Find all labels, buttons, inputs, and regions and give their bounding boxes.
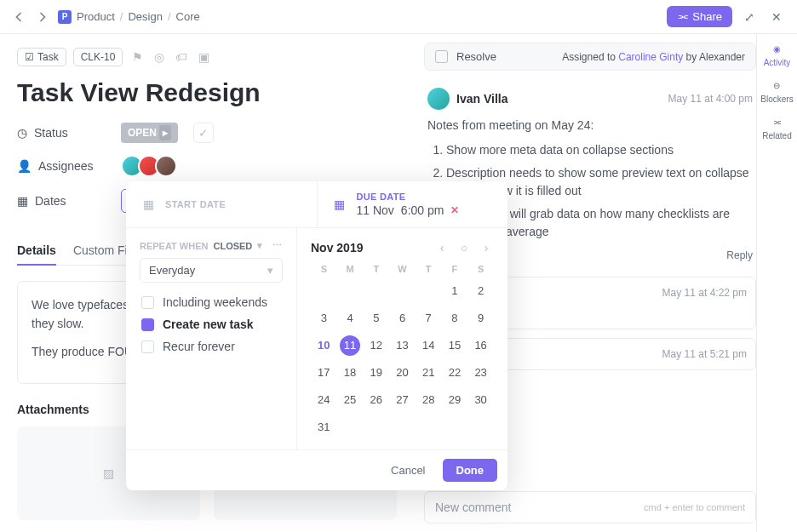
status-badge[interactable]: OPEN▸ [121, 123, 178, 143]
flag-icon[interactable]: ⚑ [129, 49, 145, 65]
clear-due-icon[interactable]: ✕ [450, 204, 459, 216]
assignee-link[interactable]: Caroline Ginty [618, 51, 683, 63]
start-date-section[interactable]: ▦ START DATE [126, 181, 317, 227]
calendar-day[interactable]: 27 [389, 390, 416, 410]
dates-label: ▦Dates [17, 194, 111, 208]
calendar-day[interactable]: 18 [337, 363, 364, 383]
frequency-select[interactable]: Everyday▾ [140, 258, 283, 283]
image-placeholder-icon: ▨ [103, 466, 114, 480]
next-month-icon[interactable]: › [479, 240, 494, 255]
breadcrumb-item[interactable]: Product [77, 10, 115, 23]
complete-checkbox[interactable]: ✓ [193, 123, 214, 143]
assignee-avatars[interactable] [121, 155, 172, 177]
share-button[interactable]: ⫘Share [667, 6, 732, 27]
option-weekends[interactable]: Including weekends [140, 291, 283, 313]
calendar-day[interactable]: 28 [416, 390, 442, 410]
breadcrumb: P Product/ Design/ Core [58, 10, 200, 24]
calendar-day[interactable]: 1 [442, 281, 468, 301]
comment-author: Ivan Villa [456, 92, 507, 106]
status-next-icon[interactable]: ▸ [159, 125, 171, 140]
reply-link[interactable]: Reply [726, 249, 753, 261]
option-recur-forever[interactable]: Recur forever [140, 335, 283, 358]
calendar-day[interactable]: 9 [467, 308, 494, 329]
cancel-button[interactable]: Cancel [379, 459, 437, 482]
calendar-month: Nov 2019 [311, 241, 427, 255]
calendar-day[interactable]: 10 [311, 335, 337, 356]
calendar-day[interactable]: 29 [442, 390, 468, 410]
calendar-day[interactable]: 2 [467, 281, 494, 301]
breadcrumb-item[interactable]: Design [128, 10, 162, 23]
close-icon[interactable]: ✕ [766, 7, 787, 27]
rail-blockers[interactable]: ⊖Blockers [760, 77, 793, 104]
calendar-day[interactable]: 3 [311, 308, 337, 329]
calendar-day[interactable]: 19 [363, 363, 389, 383]
collapse-icon[interactable]: ⤢ [739, 7, 760, 27]
rail-activity[interactable]: ◉Activity [764, 41, 791, 67]
tab-custom-fields[interactable]: Custom Fie [73, 237, 135, 265]
calendar-icon: ▦ [17, 194, 28, 208]
calendar-day[interactable] [416, 281, 442, 301]
task-type-chip[interactable]: ☑ Task [17, 48, 66, 66]
avatar[interactable] [427, 88, 450, 110]
nav-forward[interactable] [34, 9, 51, 26]
repeat-label[interactable]: REPEAT WHEN CLOSED▾⋯ [140, 240, 283, 251]
new-comment-input[interactable]: New comment cmd + enter to comment [424, 491, 756, 523]
option-create-new[interactable]: Create new task [140, 313, 283, 335]
status-icon: ◷ [17, 126, 27, 140]
task-id-chip[interactable]: CLK-10 [73, 48, 123, 66]
share-icon: ⫘ [677, 10, 688, 23]
image-icon[interactable]: ▣ [196, 49, 211, 65]
tab-details[interactable]: Details [17, 237, 56, 266]
calendar-day[interactable]: 16 [467, 335, 494, 356]
assigned-text: Assigned to Caroline Ginty by Alexander [562, 51, 745, 63]
today-icon[interactable]: ○ [456, 240, 472, 255]
activity-icon: ◉ [769, 41, 784, 56]
calendar-day[interactable]: 25 [337, 390, 364, 410]
rail-related[interactable]: ⫘Related [762, 114, 791, 140]
calendar-day[interactable]: 23 [467, 363, 494, 383]
comment-time: May 11 at 4:22 pm [662, 287, 747, 299]
calendar-day[interactable]: 14 [416, 335, 442, 356]
resolve-checkbox[interactable] [435, 50, 448, 63]
calendar-icon: ▦ [331, 196, 348, 213]
calendar-day[interactable] [389, 281, 416, 301]
calendar-day[interactable]: 30 [467, 390, 494, 410]
calendar-day[interactable]: 22 [442, 363, 468, 383]
nav-back[interactable] [10, 9, 27, 26]
calendar-day[interactable]: 8 [442, 308, 468, 329]
calendar-day[interactable]: 4 [337, 308, 364, 329]
due-date-section[interactable]: ▦ DUE DATE 11 Nov6:00 pm✕ [317, 181, 508, 227]
comment-time: May 11 at 4:00 pm [668, 93, 753, 105]
calendar-day[interactable]: 31 [311, 417, 337, 438]
breadcrumb-item[interactable]: Core [176, 10, 200, 23]
calendar-day[interactable]: 5 [363, 308, 389, 329]
resolve-label: Resolve [456, 50, 496, 63]
comment-time: May 11 at 5:21 pm [662, 348, 747, 360]
calendar-day[interactable]: 12 [363, 335, 389, 356]
done-button[interactable]: Done [443, 459, 498, 482]
calendar-day[interactable]: 13 [389, 335, 416, 356]
calendar-day[interactable]: 21 [416, 363, 442, 383]
blockers-icon: ⊖ [769, 77, 784, 93]
calendar-day[interactable]: 15 [442, 335, 468, 356]
task-title[interactable]: Task View Redesign [17, 78, 400, 107]
calendar-day[interactable]: 17 [311, 363, 337, 383]
calendar-day[interactable]: 11 [340, 335, 360, 356]
calendar-day[interactable] [337, 281, 364, 301]
resolve-bar: Resolve Assigned to Caroline Ginty by Al… [424, 43, 756, 71]
more-icon[interactable]: ⋯ [272, 240, 283, 251]
calendar-day[interactable] [363, 281, 389, 301]
calendar-day[interactable]: 6 [389, 308, 416, 329]
prev-month-icon[interactable]: ‹ [434, 240, 450, 255]
calendar-day[interactable]: 7 [416, 308, 442, 329]
tag-icon[interactable]: 🏷 [174, 49, 189, 65]
list-item: Show more meta data on collapse sections [446, 141, 753, 159]
shortcut-hint: cmd + enter to comment [644, 502, 745, 512]
calendar-day[interactable]: 24 [311, 390, 337, 410]
calendar-day[interactable]: 20 [389, 363, 416, 383]
calendar-day[interactable]: 26 [363, 390, 389, 410]
priority-icon[interactable]: ◎ [152, 49, 167, 65]
avatar[interactable] [155, 155, 177, 177]
calendar-day[interactable] [311, 281, 337, 301]
status-label: ◷Status [17, 126, 111, 140]
